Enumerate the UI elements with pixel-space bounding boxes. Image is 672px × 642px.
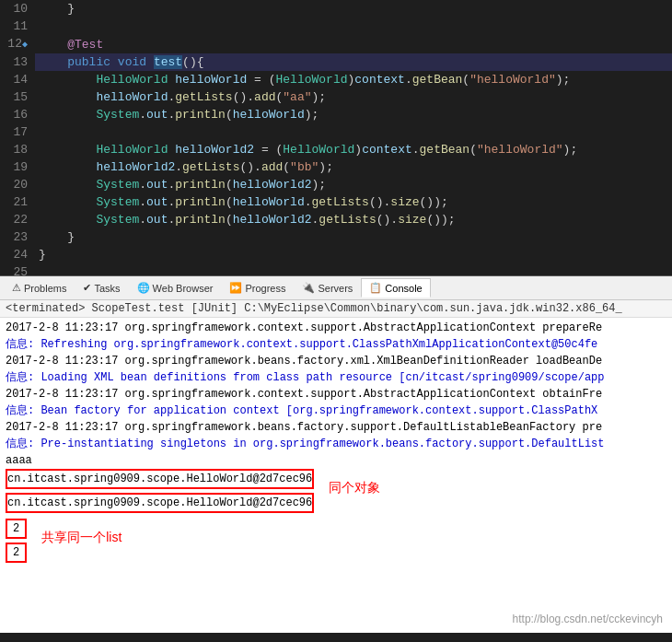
list-item: 2017-2-8 11:23:17 org.springframework.co… [6,386,666,403]
tab-progress[interactable]: ⏩ Progress [221,278,294,298]
table-row: 11 [0,18,672,35]
tab-servers-label: Servers [318,283,353,294]
table-row: 24 } [0,246,672,263]
line-number: 14 [0,71,35,88]
list-item: 2017-2-8 11:23:17 org.springframework.be… [6,419,666,436]
tab-servers[interactable]: 🔌 Servers [294,278,361,298]
annotation-same-text: 同个对象 [329,480,380,495]
line-content: System.out.println(helloWorld2); [35,176,672,193]
list-item: 2 [6,543,27,563]
line-content: helloWorld.getLists().add("aa"); [35,88,672,106]
tasks-icon: ✔ [83,282,91,294]
line-number: 11 [0,18,35,35]
line-content: @Test [35,35,672,53]
console-icon: 📋 [369,282,382,294]
hello-world-lines: cn.itcast.spring0909.scope.HelloWorld@2d… [6,469,314,517]
line-number: 25 [0,263,35,276]
table-row: 14 HelloWorld helloWorld = (HelloWorld)c… [0,71,672,88]
line-content [35,123,672,141]
line-content: public void test(){ [35,53,672,71]
number-lines-group: 2 2 共享同一个list [6,519,666,566]
servers-icon: 🔌 [302,282,315,294]
table-row: 23 } [0,228,672,246]
table-row: 22 System.out.println(helloWorld2.getLis… [0,211,672,228]
table-row: 21 System.out.println(helloWorld.getList… [0,193,672,211]
line-number: 13 [0,53,35,71]
line-number: 21 [0,193,35,211]
tab-problems[interactable]: ⚠ Problems [4,278,75,298]
table-row: 20 System.out.println(helloWorld2); [0,176,672,193]
line-content: System.out.println(helloWorld); [35,106,672,123]
csdn-link-text: http://blog.csdn.net/cckevincyh [513,613,663,625]
line-number: 18 [0,141,35,158]
tab-webbrowser-label: Web Browser [153,283,214,294]
csdn-link: http://blog.csdn.net/cckevincyh [513,613,663,625]
console-output: 2017-2-8 11:23:17 org.springframework.co… [0,318,672,633]
code-table: 10 } 11 12◆ @Test 13 public void test(){ [0,0,672,276]
line-number: 19 [0,158,35,176]
tab-tasks-label: Tasks [94,283,120,294]
table-row: 25 [0,263,672,276]
console-tabs: ⚠ Problems ✔ Tasks 🌐 Web Browser ⏩ Progr… [0,276,672,300]
line-number: 22 [0,211,35,228]
hello-world-lines-group: cn.itcast.spring0909.scope.HelloWorld@2d… [6,469,666,517]
list-item: 信息: Refreshing org.springframework.conte… [6,336,666,353]
list-item: aaaa [6,452,666,469]
line-content: } [35,0,672,18]
list-item: cn.itcast.spring0909.scope.HelloWorld@2d… [6,469,314,489]
table-row: 12◆ @Test [0,35,672,53]
table-row: 13 public void test(){ [0,53,672,71]
line-number: 15 [0,88,35,106]
line-content: HelloWorld helloWorld2 = (HelloWorld)con… [35,141,672,158]
line-number: 10 [0,0,35,18]
number-lines: 2 2 [6,519,27,566]
line-content: System.out.println(helloWorld2.getLists(… [35,211,672,228]
same-object-annotation: 同个对象 [329,469,380,506]
line-content: System.out.println(helloWorld.getLists()… [35,193,672,211]
webbrowser-icon: 🌐 [137,282,150,294]
tab-problems-label: Problems [24,283,66,294]
tab-tasks[interactable]: ✔ Tasks [75,278,128,298]
line-content [35,18,672,35]
list-item: 信息: Bean factory for application context… [6,403,666,419]
line-number: 24 [0,246,35,263]
line-content: } [35,246,672,263]
console-section: ⚠ Problems ✔ Tasks 🌐 Web Browser ⏩ Progr… [0,276,672,633]
line-number: 20 [0,176,35,193]
problems-icon: ⚠ [12,282,21,294]
list-item: 2017-2-8 11:23:17 org.springframework.co… [6,320,666,336]
console-body: <terminated> ScopeTest.test [JUnit] C:\M… [0,300,672,633]
table-row: 19 helloWorld2.getLists().add("bb"); [0,158,672,176]
line-number: 17 [0,123,35,141]
annotation-list-text: 共享同一个list [41,530,122,544]
code-editor: 10 } 11 12◆ @Test 13 public void test(){ [0,0,672,276]
line-number: 12◆ [0,35,35,53]
tab-console[interactable]: 📋 Console [361,278,430,298]
line-content [35,263,672,276]
shared-list-annotation: 共享同一个list [41,519,122,555]
line-number: 23 [0,228,35,246]
list-item: 信息: Loading XML bean definitions from cl… [6,369,666,386]
tab-console-label: Console [385,283,422,294]
list-item: 2 [6,519,27,539]
list-item: 2017-2-8 11:23:17 org.springframework.be… [6,353,666,369]
table-row: 15 helloWorld.getLists().add("aa"); [0,88,672,106]
list-item: cn.itcast.spring0909.scope.HelloWorld@2d… [6,493,314,513]
line-content: } [35,228,672,246]
table-row: 10 } [0,0,672,18]
tab-webbrowser[interactable]: 🌐 Web Browser [129,278,222,298]
list-item: 信息: Pre-instantiating singletons in org.… [6,436,666,452]
table-row: 18 HelloWorld helloWorld2 = (HelloWorld)… [0,141,672,158]
tab-progress-label: Progress [245,283,285,294]
line-number: 16 [0,106,35,123]
line-content: helloWorld2.getLists().add("bb"); [35,158,672,176]
table-row: 16 System.out.println(helloWorld); [0,106,672,123]
line-content: HelloWorld helloWorld = (HelloWorld)cont… [35,71,672,88]
table-row: 17 [0,123,672,141]
terminated-line: <terminated> ScopeTest.test [JUnit] C:\M… [0,300,672,318]
progress-icon: ⏩ [229,282,242,294]
